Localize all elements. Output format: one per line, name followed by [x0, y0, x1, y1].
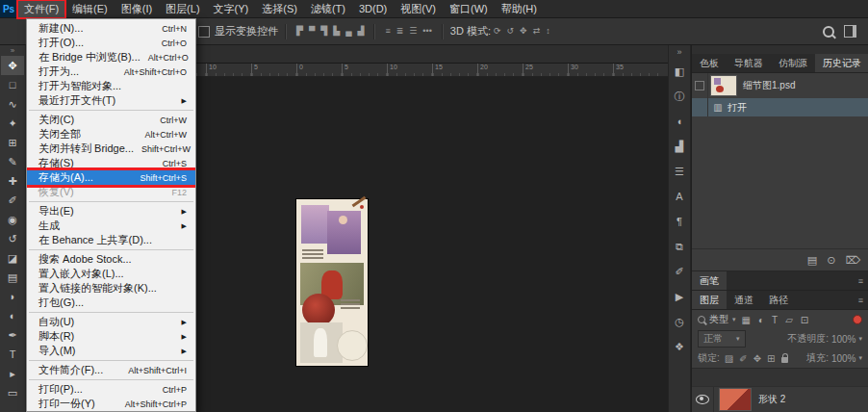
path-selection-tool[interactable]: ▸ — [1, 364, 24, 383]
filter-type-layers-icon[interactable]: T — [770, 315, 779, 325]
menu-item-new[interactable]: 新建(N)... Ctrl+N — [27, 21, 195, 36]
fill-value[interactable]: 100% — [831, 353, 856, 364]
distribute-top-icon[interactable]: ≡ — [382, 26, 393, 37]
filter-shape-layers-icon[interactable]: ▱ — [783, 315, 795, 325]
menubar-item-type[interactable]: 文字(Y) — [207, 0, 256, 18]
history-snapshot-row[interactable]: 细节图1.psd — [692, 73, 868, 98]
history-brush-tool[interactable]: ↺ — [1, 229, 24, 248]
timeline-icon[interactable]: ◷ — [670, 312, 689, 331]
delete-state-icon[interactable]: ⌦ — [845, 255, 860, 266]
canvas-document[interactable] — [296, 199, 368, 366]
opacity-control[interactable]: 不透明度: 100% ▾ — [787, 332, 862, 346]
filter-adjustment-layers-icon[interactable]: ◐ — [756, 315, 766, 325]
quick-selection-tool[interactable]: ✦ — [1, 114, 24, 133]
eye-icon[interactable] — [696, 395, 709, 404]
3d-rotate-icon[interactable]: ⟳ — [491, 26, 504, 37]
eraser-tool[interactable]: ◪ — [1, 248, 24, 268]
filter-pixel-layers-icon[interactable]: ▦ — [740, 315, 753, 325]
actions-icon[interactable]: ▶ — [670, 287, 689, 306]
histogram-icon[interactable]: ▟ — [670, 137, 689, 156]
new-snapshot-icon[interactable]: ⊙ — [827, 255, 835, 266]
menu-item-close[interactable]: 关闭(C) Ctrl+W — [27, 113, 195, 127]
file-menu-item[interactable]: 文件简介(F)... Alt+Shift+Ctrl+I — [27, 363, 195, 377]
blur-tool[interactable]: ◗ — [1, 287, 24, 306]
character-icon[interactable]: A — [670, 187, 689, 206]
tab-layers[interactable]: 图层 — [692, 291, 727, 309]
file-menu-item[interactable]: 搜索 Adobe Stock... — [27, 252, 195, 267]
styles-icon[interactable]: ❖ — [670, 337, 689, 356]
layer-visibility-column[interactable] — [692, 387, 714, 412]
crop-tool[interactable]: ⊞ — [1, 133, 24, 152]
tab-history[interactable]: 历史记录 — [815, 54, 868, 72]
file-menu-item[interactable]: 脚本(R) ▶ — [27, 329, 195, 344]
menubar-item-help[interactable]: 帮助(H) — [495, 0, 544, 18]
panel-menu-icon[interactable]: ≡ — [854, 291, 868, 309]
gradient-tool[interactable]: ▤ — [1, 268, 24, 287]
menubar-item-file[interactable]: 文件(F) — [17, 0, 65, 18]
clone-stamp-tool[interactable]: ◉ — [1, 210, 24, 229]
tab-navigator[interactable]: 导航器 — [727, 54, 771, 72]
3d-scale-icon[interactable]: ↕ — [543, 26, 553, 37]
brush-tool[interactable]: ✐ — [1, 191, 24, 210]
file-menu-item[interactable]: 关闭全部 Alt+Ctrl+W — [27, 127, 195, 142]
lasso-tool[interactable]: ∿ — [1, 94, 24, 114]
type-tool[interactable]: T — [1, 345, 24, 364]
layer-filter-toggle[interactable] — [853, 315, 862, 324]
menubar-item-image[interactable]: 图像(I) — [115, 0, 159, 18]
menu-item-open[interactable]: 打开(O)... Ctrl+O — [27, 36, 195, 50]
file-menu-item[interactable]: 在 Behance 上共享(D)... — [27, 233, 195, 247]
file-menu-item[interactable]: 关闭并转到 Bridge... Shift+Ctrl+W — [27, 142, 195, 156]
distribute-center-icon[interactable]: ≣ — [394, 26, 407, 37]
panel-menu-icon[interactable]: ≡ — [854, 271, 868, 290]
file-menu-item[interactable]: 置入嵌入对象(L)... — [27, 267, 195, 281]
collapse-panels-icon[interactable]: » — [677, 45, 681, 59]
3d-roll-icon[interactable]: ↺ — [504, 26, 518, 37]
search-icon[interactable] — [823, 26, 834, 38]
file-menu-item[interactable]: 导入(M) ▶ — [27, 344, 195, 358]
tab-swatches[interactable]: 色板 — [692, 54, 727, 72]
color-icon[interactable]: ◖ — [670, 112, 689, 131]
file-menu-item[interactable]: 打包(G)... — [27, 296, 195, 310]
brush-settings-icon[interactable]: ✐ — [670, 262, 689, 281]
file-menu-item[interactable]: 在 Bridge 中浏览(B)... Alt+Ctrl+O — [27, 50, 195, 64]
clone-source-icon[interactable]: ⧉ — [670, 237, 689, 256]
layer-name[interactable]: 形状 2 — [758, 393, 785, 406]
paragraph-icon[interactable]: ¶ — [670, 212, 689, 231]
align-right-icon[interactable]: ▜ — [318, 26, 330, 37]
dodge-tool[interactable]: ◐ — [1, 306, 24, 325]
layer-filter-search-icon[interactable] — [698, 316, 705, 323]
lock-artboard-icon[interactable]: ⊞ — [766, 353, 776, 364]
align-v-center-icon[interactable]: ▄ — [343, 26, 354, 37]
history-source-column[interactable] — [692, 98, 708, 116]
workspace-switcher-icon[interactable] — [844, 25, 856, 38]
file-menu-item[interactable]: 恢复(V) F12 — [27, 185, 195, 199]
3d-drag-icon[interactable]: ✥ — [517, 26, 530, 37]
blend-mode-select[interactable]: 正常▾ — [698, 330, 746, 348]
layer-row[interactable]: 形状 2 — [692, 386, 868, 412]
tab-paths[interactable]: 路径 — [761, 291, 796, 309]
history-brush-source-checkbox[interactable] — [695, 81, 704, 90]
history-state-open[interactable]: ▥ 打开 — [692, 98, 868, 116]
align-left-icon[interactable]: ▛ — [294, 26, 306, 37]
menubar-item-select[interactable]: 选择(S) — [255, 0, 304, 18]
file-menu-item[interactable]: 自动(U) ▶ — [27, 315, 195, 329]
tab-brushes[interactable]: 画笔 — [692, 271, 727, 290]
lock-paint-icon[interactable]: ✐ — [738, 353, 748, 364]
eyedropper-tool[interactable]: ✎ — [1, 152, 24, 171]
file-menu-item[interactable]: 生成 ▶ — [27, 219, 195, 233]
fill-control[interactable]: 填充: 100% ▾ — [806, 351, 862, 365]
menu-item-save[interactable]: 存储(S) Ctrl+S — [27, 156, 195, 170]
shape-tool[interactable]: ▭ — [1, 383, 24, 402]
menubar-item-edit[interactable]: 编辑(E) — [65, 0, 115, 18]
file-menu-item[interactable]: 打印一份(Y) Alt+Shift+Ctrl+P — [27, 397, 195, 411]
lock-transparency-icon[interactable]: ▨ — [724, 353, 734, 364]
new-document-from-state-icon[interactable]: ▤ — [807, 255, 817, 266]
tab-clone-source[interactable]: 仿制源 — [771, 54, 815, 72]
lock-position-icon[interactable]: ✥ — [753, 353, 762, 364]
info-icon[interactable]: ⓘ — [670, 87, 689, 106]
filter-smart-objects-icon[interactable]: ⊡ — [799, 315, 810, 325]
menubar-item-view[interactable]: 视图(V) — [394, 0, 443, 18]
lock-all-icon[interactable] — [781, 357, 788, 363]
file-menu-item[interactable]: 打开为智能对象... — [27, 79, 195, 93]
tab-channels[interactable]: 通道 — [727, 291, 761, 309]
